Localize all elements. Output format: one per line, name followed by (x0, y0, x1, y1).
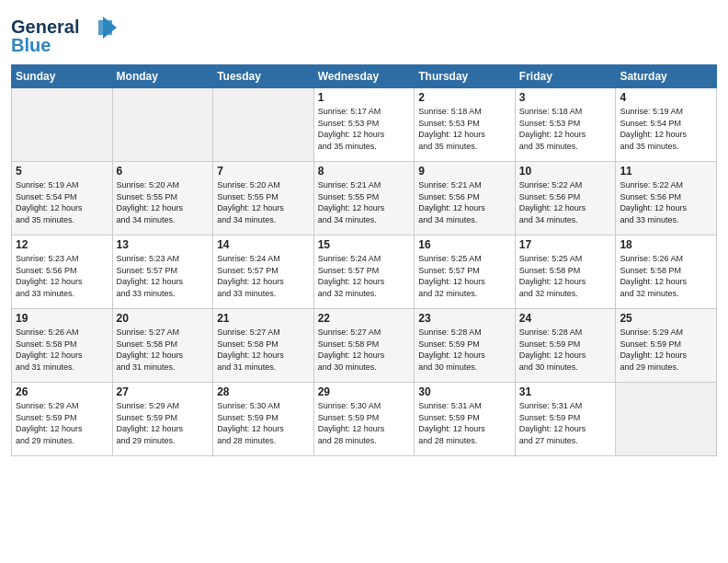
calendar-week-row: 26Sunrise: 5:29 AM Sunset: 5:59 PM Dayli… (12, 383, 717, 456)
day-info: Sunrise: 5:19 AM Sunset: 5:54 PM Dayligh… (620, 106, 712, 152)
day-number: 10 (519, 165, 612, 178)
day-number: 8 (318, 165, 411, 178)
calendar-cell: 3Sunrise: 5:18 AM Sunset: 5:53 PM Daylig… (515, 88, 616, 162)
header-day: Sunday (12, 65, 113, 88)
day-number: 14 (217, 238, 310, 251)
calendar-cell (616, 383, 717, 456)
header-day: Thursday (415, 65, 516, 88)
day-info: Sunrise: 5:27 AM Sunset: 5:58 PM Dayligh… (217, 327, 310, 373)
day-number: 19 (16, 312, 108, 325)
svg-text:Blue: Blue (11, 35, 51, 53)
day-info: Sunrise: 5:30 AM Sunset: 5:59 PM Dayligh… (318, 400, 411, 446)
day-number: 18 (620, 238, 712, 251)
header-day: Tuesday (213, 65, 314, 88)
header-row: SundayMondayTuesdayWednesdayThursdayFrid… (12, 65, 717, 88)
day-info: Sunrise: 5:28 AM Sunset: 5:59 PM Dayligh… (418, 327, 511, 373)
calendar-cell: 30Sunrise: 5:31 AM Sunset: 5:59 PM Dayli… (415, 383, 516, 456)
calendar-cell: 20Sunrise: 5:27 AM Sunset: 5:58 PM Dayli… (112, 309, 213, 383)
logo: General Blue (11, 13, 121, 57)
day-info: Sunrise: 5:30 AM Sunset: 5:59 PM Dayligh… (217, 400, 310, 446)
day-info: Sunrise: 5:26 AM Sunset: 5:58 PM Dayligh… (16, 327, 108, 373)
calendar-week-row: 1Sunrise: 5:17 AM Sunset: 5:53 PM Daylig… (12, 88, 717, 162)
day-info: Sunrise: 5:29 AM Sunset: 5:59 PM Dayligh… (620, 327, 712, 373)
day-number: 27 (117, 385, 210, 398)
day-number: 12 (16, 238, 108, 251)
day-number: 5 (16, 165, 108, 178)
calendar-cell: 4Sunrise: 5:19 AM Sunset: 5:54 PM Daylig… (616, 88, 717, 162)
day-info: Sunrise: 5:31 AM Sunset: 5:59 PM Dayligh… (418, 400, 511, 446)
calendar-cell (213, 88, 314, 162)
logo-text: General Blue (11, 13, 121, 57)
calendar-cell: 11Sunrise: 5:22 AM Sunset: 5:56 PM Dayli… (616, 162, 717, 236)
calendar-cell: 2Sunrise: 5:18 AM Sunset: 5:53 PM Daylig… (415, 88, 516, 162)
calendar-cell: 27Sunrise: 5:29 AM Sunset: 5:59 PM Dayli… (112, 383, 213, 456)
day-number: 30 (418, 385, 511, 398)
day-info: Sunrise: 5:29 AM Sunset: 5:59 PM Dayligh… (16, 400, 108, 446)
calendar-cell: 26Sunrise: 5:29 AM Sunset: 5:59 PM Dayli… (12, 383, 113, 456)
day-info: Sunrise: 5:22 AM Sunset: 5:56 PM Dayligh… (519, 179, 612, 225)
calendar-header: SundayMondayTuesdayWednesdayThursdayFrid… (12, 65, 717, 88)
day-number: 6 (117, 165, 210, 178)
calendar-container: General Blue SundayMondayTuesdayWednesda… (0, 0, 728, 563)
day-info: Sunrise: 5:23 AM Sunset: 5:56 PM Dayligh… (16, 253, 108, 299)
calendar-cell: 24Sunrise: 5:28 AM Sunset: 5:59 PM Dayli… (515, 309, 616, 383)
header: General Blue (11, 9, 717, 57)
header-day: Wednesday (313, 65, 415, 88)
calendar-cell: 22Sunrise: 5:27 AM Sunset: 5:58 PM Dayli… (313, 309, 415, 383)
day-number: 7 (217, 165, 310, 178)
day-number: 11 (620, 165, 712, 178)
calendar-cell: 1Sunrise: 5:17 AM Sunset: 5:53 PM Daylig… (313, 88, 415, 162)
calendar-cell: 28Sunrise: 5:30 AM Sunset: 5:59 PM Dayli… (213, 383, 314, 456)
day-number: 20 (117, 312, 210, 325)
day-info: Sunrise: 5:21 AM Sunset: 5:56 PM Dayligh… (418, 179, 511, 225)
calendar-cell: 18Sunrise: 5:26 AM Sunset: 5:58 PM Dayli… (616, 236, 717, 309)
day-number: 26 (16, 385, 108, 398)
day-number: 29 (318, 385, 411, 398)
day-number: 13 (117, 238, 210, 251)
calendar-cell: 10Sunrise: 5:22 AM Sunset: 5:56 PM Dayli… (515, 162, 616, 236)
calendar-cell: 23Sunrise: 5:28 AM Sunset: 5:59 PM Dayli… (415, 309, 516, 383)
day-number: 1 (318, 91, 411, 104)
day-info: Sunrise: 5:25 AM Sunset: 5:58 PM Dayligh… (519, 253, 612, 299)
day-number: 31 (519, 385, 612, 398)
day-number: 16 (418, 238, 511, 251)
svg-text:General: General (11, 17, 79, 37)
day-number: 2 (418, 91, 511, 104)
day-info: Sunrise: 5:27 AM Sunset: 5:58 PM Dayligh… (318, 327, 411, 373)
day-info: Sunrise: 5:22 AM Sunset: 5:56 PM Dayligh… (620, 179, 712, 225)
day-info: Sunrise: 5:19 AM Sunset: 5:54 PM Dayligh… (16, 179, 108, 225)
day-number: 23 (418, 312, 511, 325)
calendar-cell: 31Sunrise: 5:31 AM Sunset: 5:59 PM Dayli… (515, 383, 616, 456)
day-info: Sunrise: 5:23 AM Sunset: 5:57 PM Dayligh… (117, 253, 210, 299)
header-day: Monday (112, 65, 213, 88)
calendar-week-row: 5Sunrise: 5:19 AM Sunset: 5:54 PM Daylig… (12, 162, 717, 236)
day-number: 9 (418, 165, 511, 178)
day-info: Sunrise: 5:20 AM Sunset: 5:55 PM Dayligh… (217, 179, 310, 225)
day-info: Sunrise: 5:25 AM Sunset: 5:57 PM Dayligh… (418, 253, 511, 299)
day-number: 4 (620, 91, 712, 104)
calendar-cell: 5Sunrise: 5:19 AM Sunset: 5:54 PM Daylig… (12, 162, 113, 236)
calendar-cell: 25Sunrise: 5:29 AM Sunset: 5:59 PM Dayli… (616, 309, 717, 383)
calendar-cell: 29Sunrise: 5:30 AM Sunset: 5:59 PM Dayli… (313, 383, 415, 456)
header-day: Friday (515, 65, 616, 88)
day-number: 15 (318, 238, 411, 251)
day-number: 17 (519, 238, 612, 251)
day-number: 3 (519, 91, 612, 104)
day-info: Sunrise: 5:29 AM Sunset: 5:59 PM Dayligh… (117, 400, 210, 446)
calendar-cell (12, 88, 113, 162)
calendar-cell: 14Sunrise: 5:24 AM Sunset: 5:57 PM Dayli… (213, 236, 314, 309)
day-number: 25 (620, 312, 712, 325)
header-day: Saturday (616, 65, 717, 88)
calendar-cell: 15Sunrise: 5:24 AM Sunset: 5:57 PM Dayli… (313, 236, 415, 309)
calendar-cell: 6Sunrise: 5:20 AM Sunset: 5:55 PM Daylig… (112, 162, 213, 236)
calendar-cell: 8Sunrise: 5:21 AM Sunset: 5:55 PM Daylig… (313, 162, 415, 236)
calendar-cell: 9Sunrise: 5:21 AM Sunset: 5:56 PM Daylig… (415, 162, 516, 236)
day-info: Sunrise: 5:18 AM Sunset: 5:53 PM Dayligh… (418, 106, 511, 152)
calendar-cell: 19Sunrise: 5:26 AM Sunset: 5:58 PM Dayli… (12, 309, 113, 383)
day-info: Sunrise: 5:18 AM Sunset: 5:53 PM Dayligh… (519, 106, 612, 152)
day-info: Sunrise: 5:20 AM Sunset: 5:55 PM Dayligh… (117, 179, 210, 225)
day-info: Sunrise: 5:27 AM Sunset: 5:58 PM Dayligh… (117, 327, 210, 373)
calendar-body: 1Sunrise: 5:17 AM Sunset: 5:53 PM Daylig… (12, 88, 717, 456)
day-number: 28 (217, 385, 310, 398)
day-number: 22 (318, 312, 411, 325)
